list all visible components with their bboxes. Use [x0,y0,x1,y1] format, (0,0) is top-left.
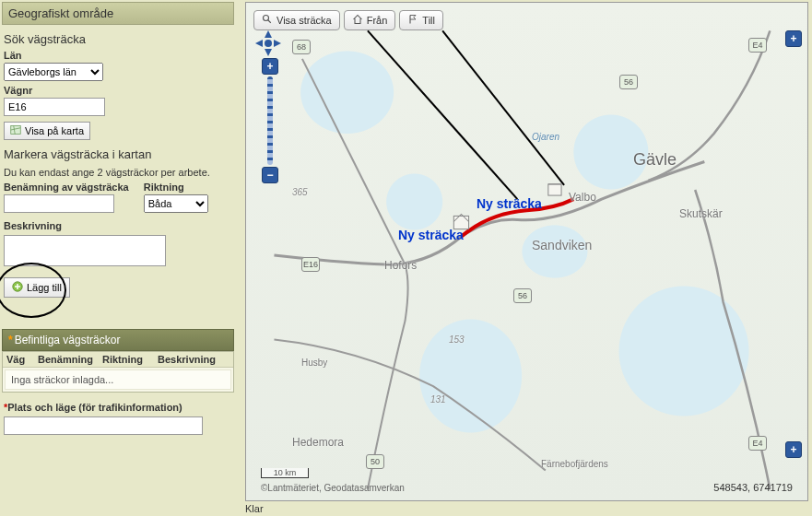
map-icon [10,124,21,137]
stretches-table: Väg Benämning Riktning Beskrivning Inga … [2,351,234,393]
expand-bottom-right-button[interactable]: + [785,441,802,458]
svg-marker-6 [274,40,281,47]
svg-point-7 [265,40,272,47]
svg-point-2 [264,16,269,21]
add-button-label: Lägg till [27,282,62,293]
visa-stracka-button[interactable]: Visa sträcka [253,10,340,30]
expand-top-right-button[interactable]: + [785,30,802,47]
map-attribution: ©Lantmäteriet, Geodatasamverkan [261,483,405,493]
map-background [246,3,807,500]
plats-label: *Plats och läge (för trafikinformation) [4,402,232,413]
riktning-label: Riktning [144,182,208,193]
search-title: Sök vägsträcka [4,32,234,46]
pan-control[interactable] [255,30,281,56]
panel-header: Geografiskt område [2,2,234,25]
th-vag: Väg [6,354,38,365]
riktning-select[interactable]: Båda [144,194,208,213]
show-on-map-label: Visa på karta [25,125,84,136]
vagnr-label: Vägnr [4,85,234,96]
scale-bar: 10 km [261,468,309,478]
till-button[interactable]: Till [399,10,443,30]
mark-title: Markera vägsträcka i kartan [4,147,234,161]
beskriv-label: Beskrivning [4,220,234,231]
vagnr-input[interactable] [4,98,105,116]
add-button[interactable]: Lägg till [4,277,70,298]
svg-marker-4 [265,49,272,56]
benamn-input[interactable] [4,194,114,213]
th-rik: Riktning [102,354,158,365]
plus-icon [12,281,23,294]
beskriv-textarea[interactable] [4,235,166,266]
required-asterisk-icon: * [8,334,13,346]
map-viewport[interactable]: Visa sträcka Från Till [245,2,808,501]
home-icon [352,14,363,27]
table-header: *Befintliga vägsträckor [2,329,234,351]
flag-icon [407,14,418,27]
zoom-out-button[interactable]: − [262,167,278,183]
zoom-in-button[interactable]: + [262,58,278,75]
show-on-map-button[interactable]: Visa på karta [4,122,90,140]
th-ben: Benämning [38,354,102,365]
lan-label: Län [4,50,234,61]
zoom-slider[interactable] [267,76,273,165]
plats-input[interactable] [4,416,203,435]
status-bar: Klar [245,501,808,516]
mark-note: Du kan endast ange 2 vägsträckor per arb… [4,167,232,178]
svg-marker-5 [255,40,263,47]
fran-button[interactable]: Från [344,10,396,30]
th-bes: Beskrivning [158,354,229,365]
magnifier-icon [262,14,273,27]
svg-marker-3 [265,30,272,38]
benamn-label: Benämning av vägsträcka [4,182,129,193]
table-row: Inga sträckor inlagda... [5,369,231,390]
lan-select[interactable]: Gävleborgs län [4,63,103,81]
map-coords: 548543, 6741719 [713,482,793,493]
